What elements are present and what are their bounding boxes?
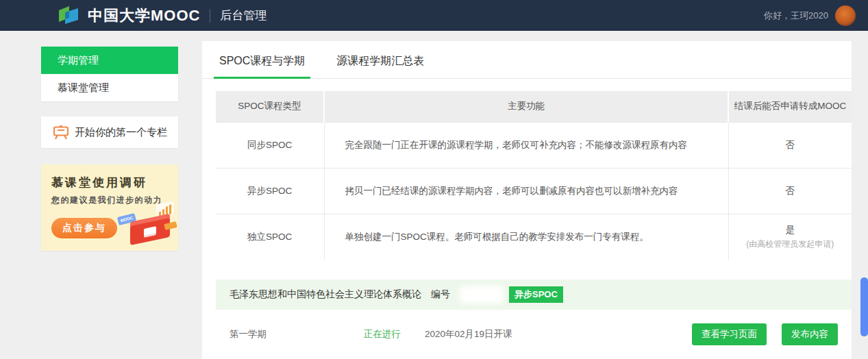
cell-convert: 是 (由高校管理员发起申请) <box>728 214 852 260</box>
redacted-semester-dates <box>277 327 336 342</box>
semester-start-date: 2020年02月19日开课 <box>425 328 512 341</box>
start-first-column-link[interactable]: 开始你的第一个专栏 <box>41 116 178 148</box>
tab-spoc-courses[interactable]: SPOC课程与学期 <box>218 54 306 78</box>
header-main-function: 主要功能 <box>324 91 728 122</box>
convert-value: 是 <box>786 225 795 235</box>
table-header-row: SPOC课程类型 主要功能 结课后能否申请转成MOOC <box>216 91 852 122</box>
view-learning-page-button[interactable]: 查看学习页面 <box>692 323 767 345</box>
sidebar-menu: 学期管理 慕课堂管理 <box>41 47 178 101</box>
spoc-type-table: SPOC课程类型 主要功能 结课后能否申请转成MOOC 同步SPOC 完全跟随一… <box>216 91 852 260</box>
mooc-logo-icon <box>59 6 81 25</box>
scrollbar-thumb[interactable] <box>860 277 868 336</box>
course-header-bar: 毛泽东思想和中国特色社会主义理论体系概论 编号 异步SPOC <box>216 280 852 310</box>
user-greeting[interactable]: 你好，王珂2020 <box>764 10 828 22</box>
header-convert-to-mooc: 结课后能否申请转成MOOC <box>728 91 852 122</box>
cell-desc: 单独创建一门SPOC课程。老师可根据自己的教学安排发布一门专有课程。 <box>324 214 728 260</box>
course-id-label: 编号 <box>431 288 450 301</box>
avatar[interactable] <box>835 5 856 26</box>
semester-status: 正在进行 <box>364 328 401 341</box>
navbar-divider <box>210 9 210 23</box>
spoc-type-badge: 异步SPOC <box>509 286 563 303</box>
cell-desc: 完全跟随一门正在开课的源课程学期，老师仅可补充内容；不能修改源课程原有内容 <box>324 122 728 168</box>
table-row: 独立SPOC 单独创建一门SPOC课程。老师可根据自己的教学安排发布一门专有课程… <box>216 214 852 260</box>
redacted-info <box>615 327 677 342</box>
logo-title: 中国大学MOOC <box>88 5 200 26</box>
section-title: 后台管理 <box>220 8 266 23</box>
cell-convert: 否 <box>728 122 852 168</box>
cell-type: 同步SPOC <box>216 122 324 168</box>
easel-icon <box>53 125 69 139</box>
tab-source-course-summary[interactable]: 源课程学期汇总表 <box>335 54 425 78</box>
main-panel: SPOC课程与学期 源课程学期汇总表 SPOC课程类型 主要功能 结课后能否申请… <box>202 41 852 359</box>
promo-illustration: MOOC <box>118 203 174 245</box>
sidebar: 学期管理 慕课堂管理 开始你的第一个专栏 慕课堂使用调研 您的建议是我们进步的动… <box>41 47 178 148</box>
semester-name: 第一学期 <box>230 328 266 341</box>
sidebar-item-mooc-class-management[interactable]: 慕课堂管理 <box>41 74 178 101</box>
header-spoc-type: SPOC课程类型 <box>216 91 324 122</box>
table-row: 同步SPOC 完全跟随一门正在开课的源课程学期，老师仅可补充内容；不能修改源课程… <box>216 122 852 168</box>
cell-type: 异步SPOC <box>216 168 324 214</box>
start-first-column-label: 开始你的第一个专栏 <box>75 126 167 139</box>
cell-desc: 拷贝一门已经结课的源课程学期内容，老师可以删减原有内容也可以新增补充内容 <box>324 168 728 214</box>
logo[interactable]: 中国大学MOOC <box>59 5 200 26</box>
cell-type: 独立SPOC <box>216 214 324 260</box>
cell-convert: 否 <box>728 168 852 214</box>
tab-bar: SPOC课程与学期 源课程学期汇总表 <box>202 41 852 79</box>
convert-note: (由高校管理员发起申请) <box>729 238 852 250</box>
promo-join-button[interactable]: 点击参与 <box>51 218 117 238</box>
promo-title: 慕课堂使用调研 <box>51 175 178 190</box>
redacted-course-id <box>460 286 504 304</box>
course-title: 毛泽东思想和中国特色社会主义理论体系概论 <box>230 288 421 301</box>
table-row: 异步SPOC 拷贝一门已经结课的源课程学期内容，老师可以删减原有内容也可以新增补… <box>216 168 852 214</box>
promo-card[interactable]: 慕课堂使用调研 您的建议是我们进步的动力 点击参与 MOOC <box>41 164 178 251</box>
semester-row: 第一学期 正在进行 2020年02月19日开课 查看学习页面 发布内容 <box>216 310 852 359</box>
sidebar-item-semester-management[interactable]: 学期管理 <box>41 47 178 74</box>
top-navbar: 中国大学MOOC 后台管理 你好，王珂2020 <box>0 0 868 31</box>
publish-content-button[interactable]: 发布内容 <box>782 323 838 345</box>
